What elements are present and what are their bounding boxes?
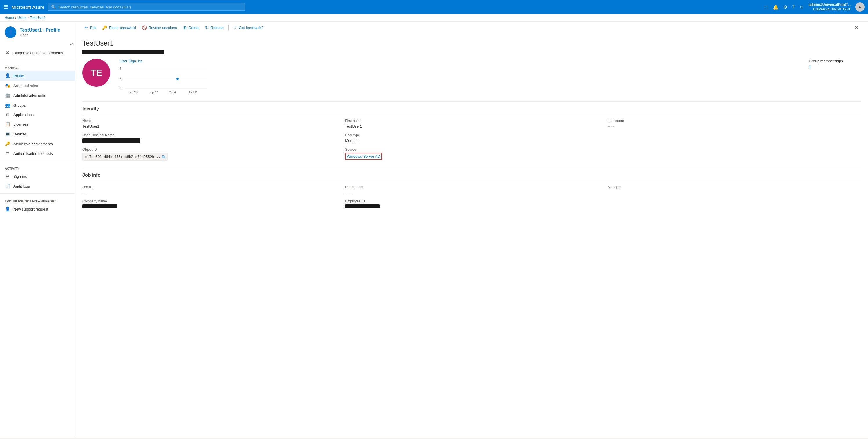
- object-id-box: c17ed691-d64b-453c-a8b2-d54b2552b... ⧉: [83, 153, 168, 161]
- admin-units-label: Administrative units: [13, 93, 46, 98]
- sidebar-user-type: User: [20, 33, 60, 37]
- licenses-label: Licenses: [13, 122, 28, 126]
- user-avatar[interactable]: A: [855, 2, 865, 11]
- sidebar-item-administrative-units[interactable]: 🏢 Administrative units: [0, 91, 75, 100]
- user-info-row: TE User Sign-ins 4 2 0: [83, 59, 861, 95]
- feedback-icon[interactable]: ☺: [799, 4, 804, 9]
- employee-id-value: [345, 205, 380, 209]
- licenses-icon: 📋: [5, 122, 10, 127]
- refresh-icon: ↻: [205, 25, 209, 30]
- search-input[interactable]: [58, 5, 242, 9]
- sign-ins-label: Sign-ins: [13, 174, 27, 179]
- portal-icon[interactable]: ⬚: [764, 4, 768, 10]
- breadcrumb-testuser1[interactable]: TestUser1: [30, 15, 45, 20]
- reset-password-button[interactable]: 🔑 Reset password: [100, 24, 138, 31]
- source-field: Source Windows Server AD: [345, 148, 598, 161]
- app-logo: Microsoft Azure: [11, 5, 44, 9]
- section-divider-2: [83, 167, 861, 168]
- sidebar-item-assigned-roles[interactable]: 🎭 Assigned roles: [0, 81, 75, 91]
- chart-container: 4 2 0 Sep 20 Sep 27 Oct 4 Oct 11: [120, 66, 212, 95]
- department-value: -- --: [345, 190, 598, 194]
- job-title-label: Job title: [83, 185, 336, 189]
- admin-units-icon: 🏢: [5, 93, 10, 98]
- troubleshooting-section-label: Troubleshooting + Support: [0, 196, 75, 204]
- sidebar-item-devices[interactable]: 💻 Devices: [0, 129, 75, 139]
- sidebar-diagnose[interactable]: ✖ Diagnose and solve problems: [0, 48, 75, 58]
- revoke-sessions-button[interactable]: 🚫 Revoke sessions: [140, 24, 179, 31]
- content-area: TestUser1 TE User Sign-ins 4 2 0: [75, 34, 868, 220]
- sidebar-divider-2: [0, 161, 75, 161]
- breadcrumb-home[interactable]: Home: [5, 15, 14, 20]
- source-value[interactable]: Windows Server AD: [347, 154, 380, 159]
- identity-grid: Name TestUser1 First name TestUser1 Last…: [83, 119, 861, 161]
- sidebar-item-auth-methods[interactable]: 🛡 Authentication methods: [0, 149, 75, 158]
- name-field: Name TestUser1: [83, 119, 336, 128]
- object-id-field: Object ID c17ed691-d64b-453c-a8b2-d54b25…: [83, 148, 336, 161]
- svg-text:2: 2: [120, 77, 121, 80]
- groups-icon: 👥: [5, 103, 10, 108]
- username-display: admin@UniversalPrintT...: [809, 3, 850, 7]
- sign-ins-icon: ↩: [5, 174, 10, 179]
- key-icon: 🔑: [102, 25, 107, 30]
- upn-value: [83, 138, 141, 143]
- user-account[interactable]: admin@UniversalPrintT... UNIVERSAL PRINT…: [809, 3, 850, 11]
- job-title-field: Job title -- --: [83, 185, 336, 194]
- first-name-field: First name TestUser1: [345, 119, 598, 128]
- chart-title[interactable]: User Sign-ins: [120, 59, 800, 63]
- profile-icon: 👤: [5, 73, 10, 78]
- settings-icon[interactable]: ⚙: [783, 4, 787, 10]
- company-name-value: [83, 205, 117, 209]
- breadcrumb-users[interactable]: Users: [18, 15, 26, 20]
- sidebar-item-groups[interactable]: 👥 Groups: [0, 100, 75, 110]
- sidebar-item-sign-ins[interactable]: ↩ Sign-ins: [0, 171, 75, 181]
- job-info-title: Job info: [83, 173, 861, 180]
- refresh-button[interactable]: ↻ Refresh: [203, 24, 226, 31]
- employee-id-field: Employee ID: [345, 199, 598, 209]
- svg-text:0: 0: [120, 87, 121, 90]
- edit-icon: ✏: [85, 25, 88, 30]
- sidebar-divider-3: [0, 193, 75, 194]
- sidebar-collapse-button[interactable]: «: [70, 41, 73, 47]
- user-avatar-large: TE: [83, 59, 110, 87]
- sidebar-page-name: TestUser1 | Profile: [20, 28, 60, 33]
- hamburger-icon[interactable]: ☰: [3, 4, 8, 10]
- close-button[interactable]: ✕: [854, 24, 859, 31]
- applications-icon: ⊞: [5, 113, 10, 117]
- help-icon[interactable]: ?: [792, 4, 795, 9]
- feedback-button[interactable]: ♡ Got feedback?: [231, 24, 266, 31]
- groups-label: Groups: [13, 103, 26, 107]
- user-type-label: User type: [345, 133, 598, 137]
- delete-button[interactable]: 🗑 Delete: [181, 24, 202, 31]
- sidebar-item-applications[interactable]: ⊞ Applications: [0, 110, 75, 119]
- last-name-field: Last name -- --: [608, 119, 861, 128]
- notifications-icon[interactable]: 🔔: [773, 4, 779, 10]
- sidebar-item-profile[interactable]: 👤 Profile: [0, 71, 75, 81]
- first-name-label: First name: [345, 119, 598, 123]
- search-icon: 🔍: [51, 5, 56, 9]
- object-id-value: c17ed691-d64b-453c-a8b2-d54b2552b...: [85, 155, 160, 159]
- sidebar-item-audit-logs[interactable]: 📄 Audit logs: [0, 181, 75, 191]
- sidebar-item-licenses[interactable]: 📋 Licenses: [0, 119, 75, 129]
- edit-button[interactable]: ✏ Edit: [83, 24, 99, 31]
- user-type-field: User type Member: [345, 133, 598, 143]
- azure-roles-label: Azure role assignments: [13, 142, 53, 146]
- page-title: TestUser1: [83, 39, 861, 47]
- name-label: Name: [83, 119, 336, 123]
- trash-icon: 🗑: [183, 25, 187, 30]
- activity-section-label: Activity: [0, 163, 75, 171]
- copy-icon[interactable]: ⧉: [162, 154, 165, 159]
- support-label: New support request: [13, 207, 48, 211]
- section-divider: [83, 101, 861, 102]
- audit-logs-icon: 📄: [5, 184, 10, 189]
- sidebar: 👤 TestUser1 | Profile User « ✖ Diagnose …: [0, 22, 75, 438]
- support-icon: 👤: [5, 207, 10, 212]
- group-memberships-count[interactable]: 1: [809, 64, 861, 69]
- applications-label: Applications: [13, 113, 34, 117]
- sidebar-item-support[interactable]: 👤 New support request: [0, 204, 75, 214]
- company-name-label: Company name: [83, 199, 336, 203]
- search-bar[interactable]: 🔍: [48, 3, 245, 11]
- diagnose-label: Diagnose and solve problems: [13, 51, 63, 55]
- sidebar-item-azure-roles[interactable]: 🔑 Azure role assignments: [0, 139, 75, 149]
- upn-field: User Principal Name: [83, 133, 336, 143]
- page-layout: 👤 TestUser1 | Profile User « ✖ Diagnose …: [0, 22, 868, 438]
